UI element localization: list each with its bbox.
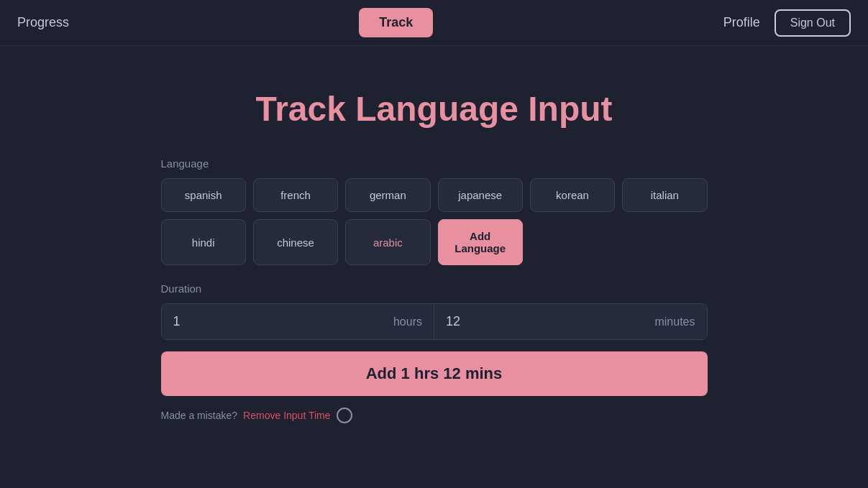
- add-button[interactable]: Add 1 hrs 12 mins: [161, 351, 708, 396]
- lang-btn-italian[interactable]: italian: [622, 178, 707, 212]
- minutes-input[interactable]: [446, 304, 489, 339]
- nav-signout-button[interactable]: Sign Out: [775, 9, 851, 37]
- main-content: Track Language Input Language spanish fr…: [0, 46, 868, 423]
- mistake-prefix-text: Made a mistake?: [161, 410, 238, 421]
- lang-btn-korean[interactable]: korean: [530, 178, 615, 212]
- lang-btn-arabic[interactable]: arabic: [345, 219, 430, 265]
- remove-icon[interactable]: [337, 408, 352, 423]
- language-section-label: Language: [161, 157, 708, 170]
- remove-input-time-link[interactable]: Remove Input Time: [243, 410, 330, 421]
- language-grid-row1: spanish french german japanese korean it…: [161, 178, 708, 212]
- hours-input-group: hours: [162, 304, 435, 339]
- hours-unit-label: hours: [393, 316, 422, 328]
- lang-btn-german[interactable]: german: [345, 178, 430, 212]
- add-language-button[interactable]: Add Language: [438, 219, 523, 265]
- mistake-row: Made a mistake? Remove Input Time: [161, 408, 708, 423]
- hours-input[interactable]: [173, 304, 216, 339]
- lang-btn-french[interactable]: french: [253, 178, 338, 212]
- duration-row: hours minutes: [161, 303, 708, 340]
- nav-profile-link[interactable]: Profile: [723, 15, 760, 30]
- lang-btn-spanish[interactable]: spanish: [161, 178, 246, 212]
- lang-btn-chinese[interactable]: chinese: [253, 219, 338, 265]
- form-container: Language spanish french german japanese …: [161, 157, 708, 423]
- lang-btn-hindi[interactable]: hindi: [161, 219, 246, 265]
- nav-right: Profile Sign Out: [723, 9, 851, 37]
- lang-btn-japanese[interactable]: japanese: [438, 178, 523, 212]
- page-title: Track Language Input: [255, 89, 612, 129]
- nav-progress-link[interactable]: Progress: [17, 15, 69, 30]
- navbar: Progress Track Profile Sign Out: [0, 0, 868, 46]
- minutes-input-group: minutes: [434, 304, 707, 339]
- nav-center: Track: [359, 8, 433, 37]
- nav-track-button[interactable]: Track: [359, 8, 433, 37]
- duration-section-label: Duration: [161, 282, 708, 295]
- language-grid-row2: hindi chinese arabic Add Language: [161, 219, 708, 265]
- nav-left: Progress: [17, 15, 69, 30]
- minutes-unit-label: minutes: [654, 316, 695, 328]
